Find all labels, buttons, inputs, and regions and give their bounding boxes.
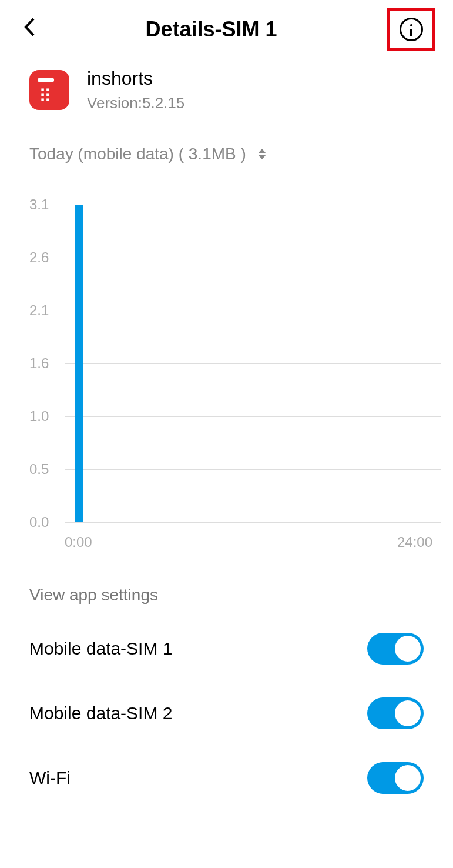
section-title: View app settings [0, 550, 453, 616]
app-info-row: inshorts Version:5.2.15 [0, 53, 453, 127]
setting-label: Mobile data-SIM 1 [29, 639, 172, 659]
usage-chart: 3.1 2.6 2.1 1.6 1.0 0.5 0.0 0:00 24:00 [0, 181, 453, 550]
x-tick: 24:00 [397, 534, 432, 550]
y-tick: 2.6 [29, 249, 49, 266]
setting-label: Wi-Fi [29, 768, 71, 788]
toggle-knob [395, 636, 421, 662]
app-name: inshorts [87, 68, 184, 89]
toggle-sim2[interactable] [367, 697, 424, 729]
filter-row[interactable]: Today (mobile data) ( 3.1MB ) [0, 127, 453, 181]
filter-text: Today (mobile data) ( 3.1MB ) [29, 145, 246, 163]
x-tick: 0:00 [65, 534, 92, 550]
back-button[interactable] [24, 17, 35, 42]
info-icon[interactable] [400, 18, 423, 41]
info-button-highlight [387, 8, 435, 51]
y-tick: 1.0 [29, 408, 49, 425]
setting-label: Mobile data-SIM 2 [29, 703, 172, 723]
x-axis-labels: 0:00 24:00 [65, 534, 441, 550]
setting-row-wifi: Wi-Fi [0, 746, 453, 810]
y-tick: 2.1 [29, 302, 49, 319]
toggle-sim1[interactable] [367, 633, 424, 665]
setting-row-sim2: Mobile data-SIM 2 [0, 681, 453, 746]
toggle-knob [395, 700, 421, 726]
app-version: Version:5.2.15 [87, 94, 184, 112]
y-tick: 1.6 [29, 355, 49, 372]
chart-plot-area: 3.1 2.6 2.1 1.6 1.0 0.5 0.0 [65, 205, 441, 522]
app-icon [29, 70, 69, 110]
y-tick: 0.5 [29, 461, 49, 478]
toggle-wifi[interactable] [367, 762, 424, 794]
chart-bar [75, 205, 83, 522]
header: Details-SIM 1 [0, 0, 453, 53]
y-tick: 3.1 [29, 196, 49, 213]
setting-row-sim1: Mobile data-SIM 1 [0, 616, 453, 681]
app-info: inshorts Version:5.2.15 [87, 68, 184, 112]
chevron-left-icon [24, 17, 35, 37]
toggle-knob [395, 765, 421, 791]
page-title: Details-SIM 1 [145, 17, 277, 42]
y-tick: 0.0 [29, 514, 49, 530]
sort-icon [258, 149, 266, 159]
